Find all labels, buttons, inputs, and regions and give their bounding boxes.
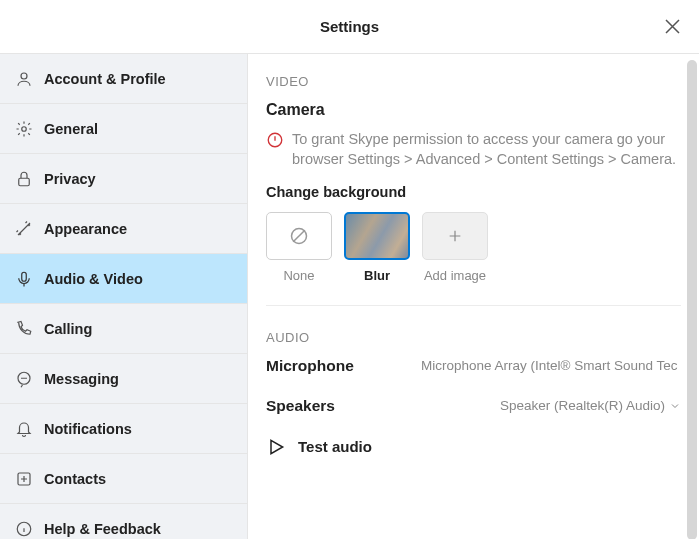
background-option-label: Add image	[424, 268, 486, 283]
sidebar-item-appearance[interactable]: Appearance	[0, 204, 247, 254]
background-option-label: Blur	[364, 268, 390, 283]
background-options: None Blur Add image	[266, 212, 681, 306]
camera-permission-alert: To grant Skype permission to access your…	[266, 129, 681, 170]
chat-icon	[14, 369, 34, 389]
gear-icon	[14, 119, 34, 139]
svg-point-1	[22, 126, 27, 131]
wand-icon	[14, 219, 34, 239]
sidebar-item-notifications[interactable]: Notifications	[0, 404, 247, 454]
sidebar-item-general[interactable]: General	[0, 104, 247, 154]
svg-rect-3	[22, 272, 27, 281]
microphone-value: Microphone Array (Intel® Smart Sound Tec	[421, 358, 678, 373]
section-label-video: VIDEO	[266, 74, 681, 89]
background-option-none[interactable]: None	[266, 212, 332, 283]
sidebar-item-label: Contacts	[44, 471, 106, 487]
speakers-selector[interactable]: Speaker (Realtek(R) Audio)	[500, 398, 681, 413]
play-icon	[266, 437, 286, 457]
chevron-down-icon	[669, 400, 681, 412]
sidebar-item-privacy[interactable]: Privacy	[0, 154, 247, 204]
mic-icon	[14, 269, 34, 289]
person-icon	[14, 69, 34, 89]
sidebar-item-label: General	[44, 121, 98, 137]
sidebar-item-label: Appearance	[44, 221, 127, 237]
sidebar-item-messaging[interactable]: Messaging	[0, 354, 247, 404]
sidebar-item-calling[interactable]: Calling	[0, 304, 247, 354]
sidebar-item-label: Notifications	[44, 421, 132, 437]
sidebar-item-label: Audio & Video	[44, 271, 143, 287]
sidebar-item-audio-video[interactable]: Audio & Video	[0, 254, 247, 304]
phone-icon	[14, 319, 34, 339]
microphone-selector[interactable]: Microphone Array (Intel® Smart Sound Tec	[421, 358, 681, 373]
close-button[interactable]	[663, 18, 681, 36]
sidebar-item-label: Help & Feedback	[44, 521, 161, 537]
background-option-add-image[interactable]: Add image	[422, 212, 488, 283]
titlebar: Settings	[0, 0, 699, 54]
info-icon	[14, 519, 34, 539]
sidebar-item-label: Calling	[44, 321, 92, 337]
microphone-row: Microphone Microphone Array (Intel® Smar…	[266, 357, 681, 375]
lock-icon	[14, 169, 34, 189]
svg-rect-2	[19, 178, 30, 186]
sidebar: Account & Profile General Privacy Appear…	[0, 54, 248, 539]
speakers-value: Speaker (Realtek(R) Audio)	[500, 398, 665, 413]
speakers-row: Speakers Speaker (Realtek(R) Audio)	[266, 397, 681, 415]
test-audio-button[interactable]: Test audio	[266, 437, 681, 457]
change-background-heading: Change background	[266, 184, 681, 200]
background-option-label: None	[283, 268, 314, 283]
no-sign-icon	[289, 226, 309, 246]
test-audio-label: Test audio	[298, 438, 372, 455]
bell-icon	[14, 419, 34, 439]
plus-icon	[447, 228, 463, 244]
section-label-audio: AUDIO	[266, 330, 681, 345]
content-panel: VIDEO Camera To grant Skype permission t…	[248, 54, 699, 539]
sidebar-item-help-feedback[interactable]: Help & Feedback	[0, 504, 247, 539]
sidebar-item-account-profile[interactable]: Account & Profile	[0, 54, 247, 104]
warning-icon	[266, 131, 284, 170]
sidebar-item-label: Messaging	[44, 371, 119, 387]
camera-heading: Camera	[266, 101, 681, 119]
microphone-label: Microphone	[266, 357, 354, 375]
close-icon	[665, 19, 680, 34]
svg-point-0	[21, 73, 27, 79]
sidebar-item-label: Privacy	[44, 171, 96, 187]
sidebar-item-label: Account & Profile	[44, 71, 166, 87]
scrollbar[interactable]	[687, 60, 697, 539]
alert-message: To grant Skype permission to access your…	[292, 129, 681, 170]
speakers-label: Speakers	[266, 397, 335, 415]
sidebar-item-contacts[interactable]: Contacts	[0, 454, 247, 504]
contacts-icon	[14, 469, 34, 489]
page-title: Settings	[320, 18, 379, 35]
background-option-blur[interactable]: Blur	[344, 212, 410, 283]
